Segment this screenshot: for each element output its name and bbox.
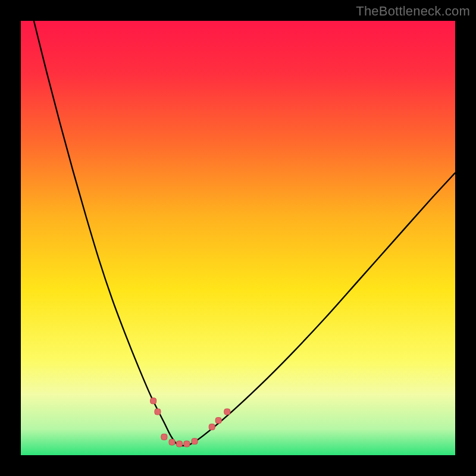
curve-marker <box>169 439 175 445</box>
bottleneck-curve <box>34 21 455 446</box>
curve-marker <box>151 398 156 404</box>
curve-marker <box>161 434 167 440</box>
watermark-text: TheBottleneck.com <box>356 4 470 19</box>
curve-marker <box>184 441 190 447</box>
curve-marker <box>215 418 221 424</box>
curve-marker <box>192 439 198 444</box>
curve-marker <box>224 409 230 415</box>
curve-markers <box>151 398 230 447</box>
curve-marker <box>209 424 215 430</box>
chart-overlay <box>21 21 455 455</box>
curve-marker <box>155 409 161 415</box>
outer-frame: TheBottleneck.com <box>0 0 476 476</box>
plot-area <box>21 21 455 455</box>
curve-marker <box>176 441 182 447</box>
